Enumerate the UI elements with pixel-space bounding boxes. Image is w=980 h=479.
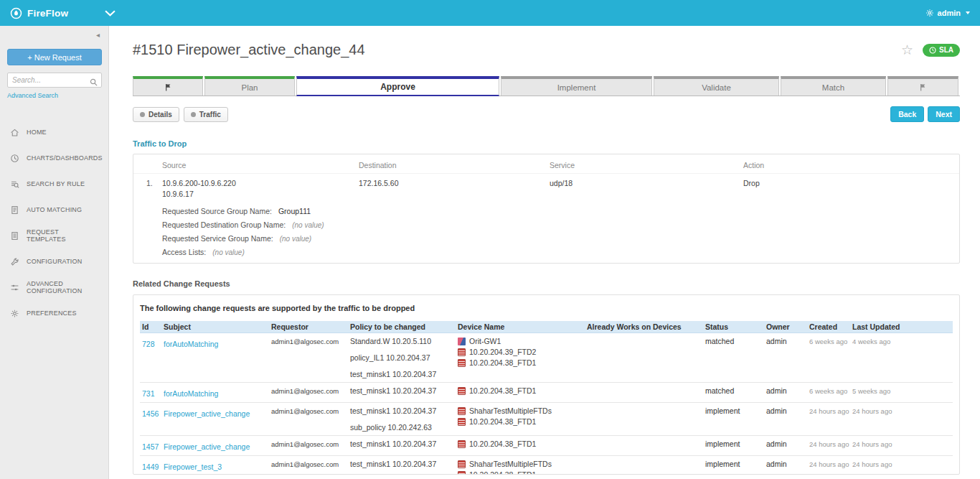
column-created: Created bbox=[809, 322, 852, 331]
preferences-icon bbox=[9, 309, 20, 318]
flag-icon bbox=[164, 83, 173, 92]
field-label: Requested Source Group Name: bbox=[162, 207, 272, 215]
request-id-link[interactable]: 1449 bbox=[142, 462, 159, 471]
service-value: udp/18 bbox=[550, 179, 743, 200]
tab-label: Approve bbox=[380, 82, 415, 92]
requested-destination-group: Requested Destination Group Name: (no va… bbox=[162, 220, 959, 229]
device-name: 10.20.204.38_FTD1 bbox=[469, 470, 536, 475]
sidebar-item-home[interactable]: HOME bbox=[0, 119, 108, 145]
details-toggle-button[interactable]: Details bbox=[133, 107, 179, 122]
created-value: 6 weeks ago bbox=[809, 386, 852, 395]
traffic-toggle-button[interactable]: Traffic bbox=[184, 107, 228, 122]
request-subject-link[interactable]: Firepower_active_change bbox=[164, 409, 250, 418]
device-name: ShaharTestMultipleFTDs bbox=[469, 406, 552, 416]
cisco-firewall-icon bbox=[458, 387, 466, 395]
field-label: Access Lists: bbox=[162, 248, 206, 256]
sidebar-item-search-by-rule[interactable]: SEARCH BY RULE bbox=[0, 171, 108, 197]
field-value: (no value) bbox=[280, 235, 311, 243]
device-name: Orit-GW1 bbox=[469, 337, 501, 346]
search-icon[interactable] bbox=[90, 76, 98, 89]
new-request-button[interactable]: + New Request bbox=[7, 49, 102, 65]
cisco-firewall-icon bbox=[458, 407, 466, 415]
request-subject-link[interactable]: Firepower_test_3 bbox=[164, 462, 222, 471]
tab-close-flag[interactable] bbox=[887, 76, 958, 96]
cisco-firewall-icon bbox=[458, 460, 466, 468]
sidebar-item-label: SEARCH BY RULE bbox=[27, 180, 85, 187]
source-value: 10.9.6.200-10.9.6.220 bbox=[162, 179, 359, 187]
sla-label: SLA bbox=[939, 46, 953, 54]
fireflow-logo-icon bbox=[10, 7, 22, 19]
user-name: admin bbox=[938, 9, 961, 17]
advanced-search-link[interactable]: Advanced Search bbox=[7, 92, 58, 99]
sidebar-item-label: ADVANCED CONFIGURATION bbox=[27, 280, 99, 294]
tab-match[interactable]: Match bbox=[781, 76, 886, 96]
table-row: 1456 Firepower_active_change admin1@algo… bbox=[140, 403, 953, 436]
sidebar-collapse-icon[interactable]: ◂ bbox=[96, 31, 100, 39]
sidebar-item-charts-dashboards[interactable]: CHARTS/DASHBOARDS bbox=[0, 145, 108, 171]
related-change-requests-panel: The following change requests are suppor… bbox=[133, 294, 960, 475]
owner-value: admin bbox=[766, 337, 809, 345]
tab-approve[interactable]: Approve bbox=[296, 76, 499, 96]
chevron-down-icon[interactable] bbox=[105, 10, 116, 17]
policy-value: policy_IL1 10.20.204.37 bbox=[350, 353, 458, 363]
request-subject-link[interactable]: Firepower_active_change bbox=[164, 442, 250, 451]
last-updated-value: 24 hours ago bbox=[852, 460, 953, 468]
table-row: 731 forAutoMatching admin1@algosec.com t… bbox=[140, 383, 953, 403]
owner-value: admin bbox=[766, 386, 809, 395]
column-subject: Subject bbox=[164, 322, 271, 331]
sidebar-item-configuration[interactable]: CONFIGURATION bbox=[0, 248, 108, 274]
sidebar-item-label: HOME bbox=[27, 129, 47, 136]
sidebar-item-advanced-configuration[interactable]: ADVANCED CONFIGURATION bbox=[0, 274, 108, 300]
column-device-name: Device Name bbox=[458, 322, 587, 331]
policy-value: Standard.W 10.20.5.110 bbox=[350, 337, 458, 346]
tab-implement[interactable]: Implement bbox=[501, 76, 652, 96]
status-value: implement bbox=[705, 440, 766, 448]
auto-matching-icon bbox=[9, 205, 20, 215]
clock-icon bbox=[929, 47, 936, 54]
back-button[interactable]: Back bbox=[890, 106, 924, 122]
traffic-to-drop-panel: Source Destination Service Action 1. 10.… bbox=[133, 154, 960, 264]
status-value: matched bbox=[705, 337, 766, 345]
related-requests-table: Id Subject Requestor Policy to be change… bbox=[140, 321, 953, 475]
field-value: Group111 bbox=[278, 207, 311, 215]
column-policy: Policy to be changed bbox=[350, 322, 458, 331]
request-id-link[interactable]: 728 bbox=[142, 340, 155, 348]
sidebar-nav: HOME CHARTS/DASHBOARDS SEARCH BY RULE AU… bbox=[0, 119, 108, 326]
next-button[interactable]: Next bbox=[928, 106, 960, 122]
cisco-firewall-icon bbox=[458, 440, 466, 448]
sidebar-item-preferences[interactable]: PREFERENCES bbox=[0, 300, 108, 326]
tab-plan[interactable]: Plan bbox=[204, 76, 295, 96]
column-action: Action bbox=[743, 161, 959, 173]
sla-badge[interactable]: SLA bbox=[923, 44, 960, 57]
last-updated-value: 5 weeks ago bbox=[852, 386, 953, 395]
request-subject-link[interactable]: forAutoMatching bbox=[164, 389, 218, 398]
tab-label: Match bbox=[822, 83, 844, 92]
tab-validate[interactable]: Validate bbox=[654, 76, 779, 96]
owner-value: admin bbox=[766, 406, 809, 415]
status-value: matched bbox=[705, 386, 766, 395]
sidebar-search bbox=[7, 73, 101, 88]
request-id-link[interactable]: 1457 bbox=[142, 442, 159, 451]
request-subject-link[interactable]: forAutoMatching bbox=[164, 340, 218, 348]
table-header-row: Id Subject Requestor Policy to be change… bbox=[140, 321, 953, 333]
device-name: 10.20.204.39_FTD2 bbox=[469, 348, 536, 357]
requestor-value: admin1@algosec.com bbox=[271, 406, 350, 415]
top-bar: FireFlow admin bbox=[0, 0, 980, 26]
spacer bbox=[133, 161, 162, 173]
user-menu[interactable]: admin bbox=[925, 9, 970, 17]
related-change-requests-title: Related Change Requests bbox=[133, 279, 960, 288]
column-id: Id bbox=[140, 322, 164, 331]
favorite-star-icon[interactable]: ☆ bbox=[901, 43, 913, 57]
tab-open-flag[interactable] bbox=[133, 76, 203, 96]
search-input[interactable] bbox=[7, 73, 102, 88]
requested-service-group: Requested Service Group Name: (no value) bbox=[162, 234, 959, 243]
last-updated-value: 24 hours ago bbox=[852, 406, 953, 415]
request-id-link[interactable]: 731 bbox=[142, 389, 155, 398]
sidebar-item-label: CHARTS/DASHBOARDS bbox=[27, 154, 103, 162]
column-destination: Destination bbox=[359, 161, 550, 173]
details-label: Details bbox=[149, 111, 172, 118]
sidebar-item-request-templates[interactable]: REQUEST TEMPLATES bbox=[0, 223, 108, 248]
sidebar: ◂ + New Request Advanced Search HOME CHA… bbox=[0, 26, 109, 479]
request-id-link[interactable]: 1456 bbox=[142, 409, 159, 418]
sidebar-item-auto-matching[interactable]: AUTO MATCHING bbox=[0, 197, 108, 223]
